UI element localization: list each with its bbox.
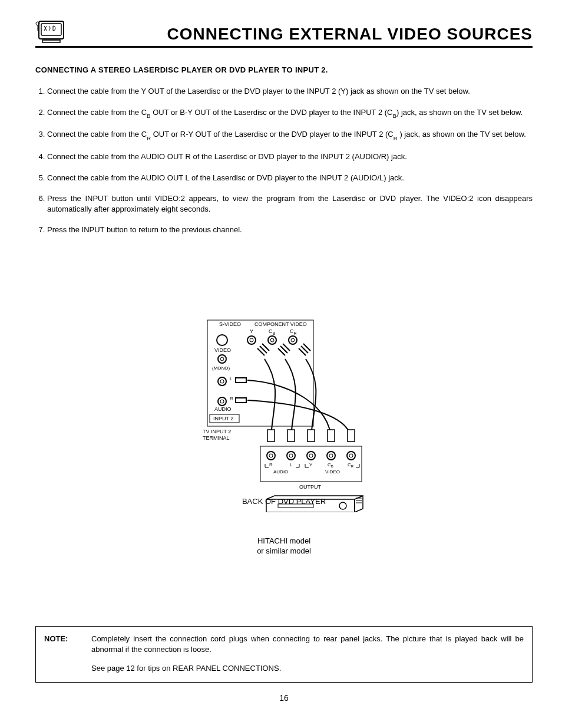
note-label: NOTE:	[44, 634, 91, 655]
step-text: Connect the cable from the AUDIO OUT L o…	[47, 173, 404, 182]
svg-point-35	[307, 452, 315, 460]
step-text: ) jack, as shown on the TV set below.	[396, 108, 523, 117]
section-title: CONNECTING A STEREO LASERDISC PLAYER OR …	[35, 65, 533, 74]
svg-point-8	[217, 335, 227, 345]
step-1: Connect the cable from the Y OUT of the …	[47, 86, 533, 97]
step-5: Connect the cable from the AUDIO OUT L o…	[47, 173, 533, 183]
label-y: Y	[250, 328, 253, 334]
svg-point-11	[268, 336, 276, 344]
label-svideo: S-VIDEO	[219, 321, 241, 327]
svg-text:L: L	[290, 462, 293, 467]
svg-point-31	[267, 452, 275, 460]
step-3: Connect the cable from the CR OUT or R-Y…	[47, 129, 533, 141]
svg-point-18	[220, 380, 224, 383]
page-number: 16	[35, 693, 533, 703]
label-r: R	[230, 396, 233, 401]
svg-point-17	[218, 377, 226, 386]
subscript: R	[147, 135, 151, 141]
svg-point-51	[339, 502, 346, 509]
svg-point-39	[347, 452, 355, 460]
svg-text:Y: Y	[309, 462, 313, 467]
svg-rect-28	[328, 430, 335, 442]
svg-rect-27	[308, 430, 315, 442]
model-line-1: HITACHI model	[201, 536, 366, 545]
svg-text:AUDIO: AUDIO	[273, 469, 288, 475]
svg-rect-25	[267, 430, 275, 442]
svg-point-19	[218, 397, 226, 406]
svg-text:CB: CB	[328, 462, 333, 468]
step-2: Connect the cable from the CB OUT or B-Y…	[47, 107, 533, 119]
svg-text:R: R	[269, 462, 273, 467]
step-text: Connect the cable from the AUDIO OUT R o…	[47, 152, 407, 161]
svg-text:CR: CR	[290, 328, 297, 335]
label-input2: INPUT 2	[213, 416, 233, 421]
page-header: CONNECTING EXTERNAL VIDEO SOURCES	[35, 18, 533, 48]
note-text-2: See page 12 for tips on REAR PANEL CONNE…	[91, 663, 524, 674]
svg-rect-29	[348, 430, 355, 442]
svg-text:TERMINAL: TERMINAL	[203, 435, 230, 441]
step-text: Connect the cable from the C	[47, 108, 147, 117]
connection-diagram: S-VIDEO COMPONENT VIDEO Y CB CR VIDEO (M…	[201, 318, 366, 555]
step-text: OUT or R-Y OUT of the Laserdisc or the D…	[151, 130, 394, 139]
svg-point-38	[329, 454, 333, 457]
step-7: Press the INPUT button to return to the …	[47, 225, 533, 235]
label-video: VIDEO	[214, 347, 231, 353]
step-text: Connect the cable from the Y OUT of the …	[47, 87, 470, 95]
svg-point-20	[220, 400, 224, 403]
svg-point-32	[269, 454, 273, 457]
step-text: OUT or B-Y OUT of the Laserdisc or the D…	[151, 108, 393, 117]
step-text: Connect the cable from the C	[47, 130, 147, 139]
svg-point-33	[287, 452, 295, 460]
step-text: Press the INPUT button until VIDEO:2 app…	[47, 194, 533, 213]
subscript: B	[392, 113, 396, 119]
svg-text:VIDEO: VIDEO	[325, 469, 340, 475]
svg-point-40	[349, 454, 353, 457]
svg-rect-23	[236, 378, 246, 383]
svg-point-34	[289, 454, 293, 457]
svg-point-37	[327, 452, 335, 460]
svg-text:CB: CB	[269, 328, 276, 335]
wiring-diagram-icon: S-VIDEO COMPONENT VIDEO Y CB CR VIDEO (M…	[201, 318, 366, 512]
label-l: L	[230, 376, 233, 381]
steps-list: Connect the cable from the Y OUT of the …	[35, 86, 533, 235]
tv-logo-icon	[35, 18, 66, 44]
svg-rect-2	[42, 40, 60, 42]
svg-text:CR: CR	[348, 462, 354, 468]
step-6: Press the INPUT button until VIDEO:2 app…	[47, 193, 533, 214]
svg-rect-1	[41, 24, 61, 35]
subscript: B	[147, 113, 151, 119]
svg-point-14	[291, 338, 295, 342]
label-audio: AUDIO	[214, 406, 232, 412]
model-line-2: or similar model	[201, 546, 366, 555]
subscript: R	[394, 135, 398, 141]
svg-point-16	[220, 357, 224, 361]
step-text: ) jack, as shown on the TV set below.	[398, 130, 526, 139]
step-text: Press the INPUT button to return to the …	[47, 225, 242, 234]
note-text-1: Completely insert the connection cord pl…	[91, 634, 524, 655]
label-component: COMPONENT VIDEO	[254, 321, 307, 327]
svg-rect-24	[236, 398, 246, 403]
svg-rect-26	[287, 430, 295, 442]
label-terminal: TV INPUT 2	[203, 429, 231, 434]
svg-point-36	[309, 454, 313, 457]
svg-point-13	[289, 336, 297, 344]
svg-point-12	[270, 338, 274, 342]
step-4: Connect the cable from the AUDIO OUT R o…	[47, 151, 533, 162]
svg-point-15	[218, 355, 226, 363]
svg-text:OUTPUT: OUTPUT	[299, 484, 322, 490]
page-title: CONNECTING EXTERNAL VIDEO SOURCES	[66, 25, 533, 44]
note-box: NOTE: Completely insert the connection c…	[35, 626, 533, 683]
label-mono: (MONO)	[212, 365, 230, 371]
svg-point-10	[250, 338, 253, 342]
svg-point-9	[247, 336, 256, 344]
